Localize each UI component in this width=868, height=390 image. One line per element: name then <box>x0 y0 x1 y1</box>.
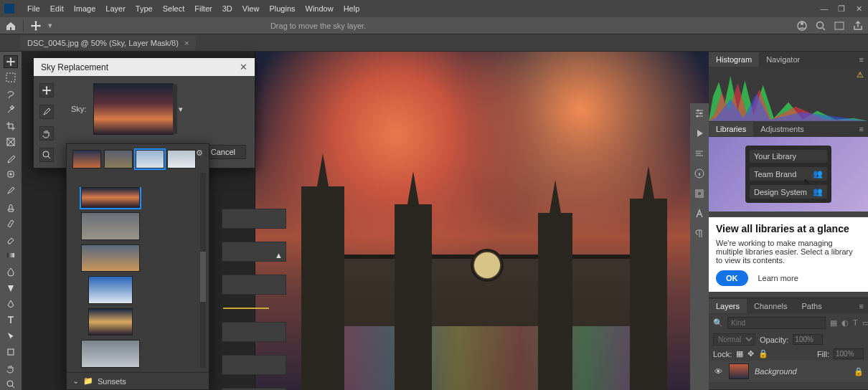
filter-adjust-icon[interactable]: ◐ <box>841 318 849 328</box>
chevron-down-icon[interactable]: ⌄ <box>72 376 79 386</box>
home-icon[interactable] <box>4 19 17 32</box>
layer-comps-icon[interactable] <box>694 188 705 199</box>
move-tool-icon[interactable] <box>4 56 17 67</box>
layer-row[interactable]: 👁 Background 🔒 <box>709 361 868 382</box>
preset-thumb[interactable] <box>81 340 140 368</box>
type-tool-icon[interactable] <box>4 315 17 326</box>
filter-type-icon[interactable]: T <box>853 318 858 328</box>
learn-more-link[interactable]: Learn more <box>758 274 798 282</box>
lock-all-icon[interactable]: 🔒 <box>758 349 768 358</box>
adjust-sliders-icon[interactable] <box>694 108 705 119</box>
tab-channels[interactable]: Channels <box>747 299 794 313</box>
preset-thumb[interactable] <box>136 150 164 168</box>
dlg-hand-tool-icon[interactable] <box>39 126 54 141</box>
dropdown-chevron-icon[interactable]: ▾ <box>48 21 52 30</box>
layer-filter-input[interactable] <box>727 317 826 329</box>
tab-histogram[interactable]: Histogram <box>709 52 759 67</box>
preset-thumb[interactable] <box>72 150 101 168</box>
menu-layer[interactable]: Layer <box>105 4 126 13</box>
dlg-zoom-tool-icon[interactable] <box>39 148 54 162</box>
dialog-titlebar[interactable]: Sky Replacement ✕ <box>34 58 255 76</box>
dlg-move-tool-icon[interactable] <box>39 83 54 98</box>
move-tool-icon[interactable] <box>29 19 42 32</box>
scrollbar-thumb[interactable] <box>200 252 206 302</box>
tab-layers[interactable]: Layers <box>709 299 747 313</box>
tab-libraries[interactable]: Libraries <box>709 122 753 136</box>
preset-thumb[interactable] <box>81 212 140 240</box>
marquee-tool-icon[interactable] <box>4 72 17 84</box>
gear-icon[interactable]: ⚙ <box>196 148 203 158</box>
dodge-tool-icon[interactable] <box>4 282 17 293</box>
menu-type[interactable]: Type <box>136 4 153 13</box>
panel-menu-icon[interactable]: ≡ <box>855 125 868 133</box>
history-brush-tool-icon[interactable] <box>4 217 17 229</box>
window-restore-icon[interactable]: ❐ <box>836 4 846 14</box>
visibility-toggle-icon[interactable]: 👁 <box>713 367 723 376</box>
menu-view[interactable]: View <box>242 4 260 13</box>
dialog-close-icon[interactable]: ✕ <box>240 62 247 72</box>
dialog-sliders[interactable]: ▲ ▾ <box>222 209 286 390</box>
blend-mode-select[interactable]: Normal <box>713 333 755 346</box>
menu-help[interactable]: Help <box>344 4 360 13</box>
preset-thumb[interactable] <box>81 187 140 208</box>
pen-tool-icon[interactable] <box>4 298 17 310</box>
sky-preset-thumbnail[interactable]: ▾ <box>93 83 174 135</box>
menu-plugins[interactable]: Plugins <box>269 4 295 13</box>
character-panel-icon[interactable] <box>694 208 705 219</box>
menu-select[interactable]: Select <box>163 4 185 13</box>
dlg-brush-tool-icon[interactable] <box>39 105 54 119</box>
menu-image[interactable]: Image <box>74 4 96 13</box>
lock-pixels-icon[interactable]: ▦ <box>736 349 743 358</box>
paragraph-panel-icon[interactable] <box>694 228 705 239</box>
preset-thumb[interactable] <box>88 308 133 336</box>
tab-adjustments[interactable]: Adjustments <box>753 122 811 136</box>
shape-tool-icon[interactable] <box>4 347 17 358</box>
eyedropper-tool-icon[interactable] <box>4 153 17 164</box>
frame-tool-icon[interactable] <box>4 137 17 148</box>
filter-shape-icon[interactable]: ▭ <box>862 318 868 328</box>
blur-tool-icon[interactable] <box>4 266 17 277</box>
window-minimize-icon[interactable]: — <box>819 4 829 14</box>
window-close-icon[interactable]: ✕ <box>854 4 864 14</box>
preset-thumb[interactable] <box>167 150 196 168</box>
preset-list[interactable] <box>77 187 193 368</box>
menu-3d[interactable]: 3D <box>222 4 232 13</box>
eraser-tool-icon[interactable] <box>4 234 17 245</box>
chevron-down-icon[interactable]: ▾ <box>179 105 183 114</box>
path-select-tool-icon[interactable] <box>4 330 17 342</box>
search-icon[interactable] <box>815 20 826 32</box>
close-tab-icon[interactable]: × <box>184 39 189 47</box>
histogram-warning-icon[interactable]: ⚠ <box>857 70 864 80</box>
menu-edit[interactable]: Edit <box>50 4 64 13</box>
arrange-icon[interactable] <box>834 20 845 32</box>
gradient-tool-icon[interactable] <box>4 249 17 261</box>
info-icon[interactable] <box>694 168 705 179</box>
crop-tool-icon[interactable] <box>4 120 17 132</box>
panel-menu-icon[interactable]: ≡ <box>855 55 868 64</box>
preset-thumb[interactable] <box>88 276 133 304</box>
cloud-doc-icon[interactable] <box>796 20 808 32</box>
filter-pixel-icon[interactable]: ▦ <box>830 318 837 328</box>
spot-heal-tool-icon[interactable] <box>4 169 17 181</box>
preset-thumb[interactable] <box>104 150 133 168</box>
fill-input[interactable] <box>834 348 864 359</box>
preset-thumb[interactable] <box>81 244 140 272</box>
preset-folder-name[interactable]: Sunsets <box>98 377 126 386</box>
lasso-tool-icon[interactable] <box>4 88 17 100</box>
magic-wand-tool-icon[interactable] <box>4 105 17 116</box>
brush-tool-icon[interactable] <box>4 185 17 196</box>
tab-paths[interactable]: Paths <box>795 299 829 313</box>
menu-filter[interactable]: Filter <box>194 4 212 13</box>
zoom-tool-icon[interactable] <box>4 379 17 390</box>
menu-window[interactable]: Window <box>306 4 334 13</box>
menu-file[interactable]: File <box>27 4 40 13</box>
hand-tool-icon[interactable] <box>4 363 17 374</box>
properties-icon[interactable] <box>694 148 705 159</box>
opacity-input[interactable] <box>793 334 823 345</box>
document-tab[interactable]: DSC_0045.jpg @ 50% (Sky, Layer Mask/8) × <box>20 36 196 50</box>
panel-menu-icon[interactable]: ≡ <box>855 302 868 310</box>
scrollbar[interactable] <box>200 173 206 368</box>
ok-button[interactable]: OK <box>716 270 748 286</box>
play-action-icon[interactable] <box>694 128 705 139</box>
tab-navigator[interactable]: Navigator <box>759 52 807 67</box>
